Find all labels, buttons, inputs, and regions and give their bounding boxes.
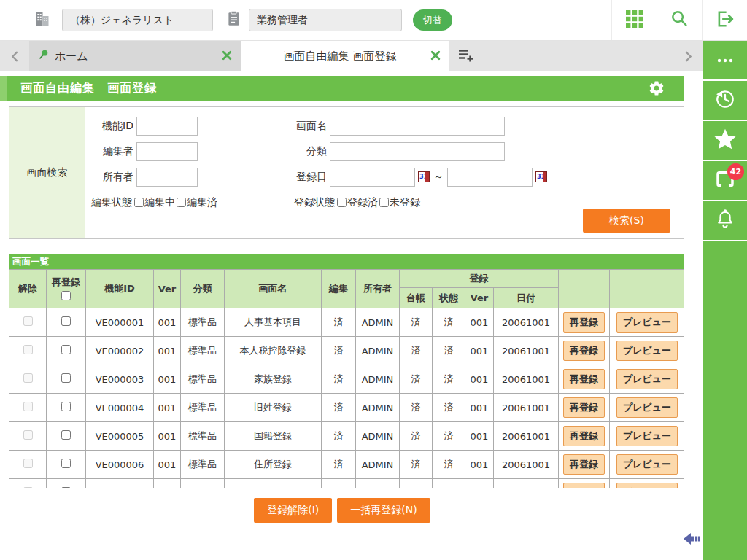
cell-reg-ver (465, 479, 494, 489)
row-preview-button[interactable]: プレビュー (616, 454, 678, 475)
reg-status-label: 登録状態 (294, 196, 335, 209)
add-tab-button[interactable] (449, 41, 483, 71)
cell-edit: 済 (322, 422, 356, 451)
right-sidebar: 42 (703, 41, 747, 560)
tab-home[interactable]: ホーム (29, 41, 241, 71)
calendar-icon-from[interactable]: 31 (418, 171, 430, 182)
function-id-input[interactable] (136, 117, 198, 136)
cell-category: 標準品 (181, 337, 225, 365)
calendar-icon-to[interactable]: 31 (535, 171, 547, 182)
tabs-scroll-left-button[interactable] (0, 41, 29, 71)
reregister-checkbox[interactable] (61, 345, 71, 354)
role-input[interactable] (249, 9, 402, 31)
header-preview-action (610, 270, 685, 308)
cell-owner: ADMIN (356, 422, 400, 451)
row-reregister-button[interactable]: 再登録 (563, 312, 605, 332)
more-icon (716, 53, 735, 67)
edit-status-label: 編集状態 (91, 196, 132, 209)
page-title-bar: 画面自由編集 画面登録 (0, 76, 684, 101)
edit-status-edited-checkbox[interactable] (177, 198, 186, 207)
select-all-checkbox[interactable] (61, 291, 71, 300)
reregister-checkbox[interactable] (61, 373, 71, 383)
cell-function-id: VE000006 (86, 451, 154, 479)
cell-owner: ADMIN (356, 394, 400, 422)
owner-input[interactable] (136, 168, 198, 187)
row-reregister-button[interactable]: 再登録 (563, 369, 605, 389)
tabs-scroll-right-button[interactable] (673, 41, 703, 71)
bulk-reregister-button[interactable]: 一括再登録(N) (337, 498, 430, 523)
header-edit: 編集 (322, 270, 356, 308)
cell-category: 標準品 (181, 451, 225, 479)
row-reregister-button[interactable]: 再登録 (563, 397, 605, 418)
cell-screen-name (225, 479, 322, 489)
sidebar-history-button[interactable] (703, 81, 747, 121)
cell-edit: 済 (322, 337, 356, 365)
cell-edit: 済 (322, 365, 356, 394)
tab-home-close-icon[interactable] (222, 50, 232, 63)
function-id-label: 機能ID (91, 120, 133, 133)
apps-grid-button[interactable] (611, 0, 657, 40)
row-preview-button[interactable]: プレビュー (616, 426, 678, 446)
table-row: VE000006 001 標準品 住所登録 済 ADMIN 済 済 001 20… (9, 451, 685, 479)
tab-screen-register[interactable]: 画面自由編集 画面登録 (241, 41, 449, 71)
tab-home-label: ホーム (49, 50, 222, 63)
row-reregister-button[interactable]: 再登録 (563, 426, 605, 446)
logout-button[interactable] (702, 0, 747, 40)
company-input[interactable] (62, 9, 213, 31)
reregister-checkbox[interactable] (61, 316, 71, 326)
sidebar-favorites-button[interactable] (703, 121, 747, 161)
unregister-button[interactable]: 登録解除(I) (254, 498, 332, 523)
screen-name-label: 画面名 (294, 120, 327, 133)
reregister-checkbox[interactable] (61, 430, 71, 440)
screen-name-input[interactable] (330, 117, 505, 136)
cell-ver: 001 (154, 394, 181, 422)
row-preview-button[interactable]: プレビュー (616, 341, 678, 361)
edit-status-edited-option[interactable]: 編集済 (177, 196, 217, 209)
editor-input[interactable] (136, 142, 198, 161)
reg-status-unregistered-checkbox[interactable] (379, 198, 389, 207)
search-submit-button[interactable]: 検索(S) (583, 209, 670, 233)
tab-screen-register-close-icon[interactable] (430, 50, 441, 63)
sidebar-alerts-button[interactable] (703, 201, 747, 241)
edit-status-editing-checkbox[interactable] (134, 198, 144, 207)
header-ver: Ver (154, 270, 181, 308)
unregister-checkbox (23, 430, 33, 440)
row-reregister-button[interactable]: 再登録 (563, 341, 605, 361)
cell-function-id: VE000003 (86, 365, 154, 394)
sidebar-collapse-arrow-icon[interactable] (683, 530, 702, 550)
owner-label: 所有者 (91, 171, 133, 184)
row-preview-button[interactable]: プレビュー (616, 397, 678, 418)
reregister-checkbox[interactable] (61, 487, 71, 488)
cell-function-id: VE000005 (86, 422, 154, 451)
header-reg-date: 日付 (494, 288, 559, 308)
cell-screen-name: 本人税控除登録 (225, 337, 322, 365)
settings-gear-icon[interactable] (648, 79, 665, 100)
row-reregister-button[interactable]: 再登録 (563, 483, 605, 488)
table-row: VE000001 001 標準品 人事基本項目 済 ADMIN 済 済 001 … (9, 308, 685, 337)
cell-status: 済 (433, 365, 465, 394)
screen-table: 解除 再登録 機能ID Ver 分類 画面名 編集 所有者 登録 (9, 269, 684, 488)
history-icon (713, 88, 737, 114)
reg-status-registered-option[interactable]: 登録済 (337, 196, 378, 209)
row-preview-button[interactable]: プレビュー (616, 483, 678, 488)
reg-status-registered-checkbox[interactable] (337, 198, 347, 207)
sidebar-more-button[interactable] (703, 41, 747, 81)
cell-category: 標準品 (181, 394, 225, 422)
cell-status: 済 (433, 451, 465, 479)
switch-button[interactable]: 切替 (413, 9, 452, 31)
reg-date-to-input[interactable] (447, 168, 533, 187)
bell-icon (713, 208, 737, 234)
row-preview-button[interactable]: プレビュー (616, 312, 678, 332)
reregister-checkbox[interactable] (61, 402, 71, 411)
reregister-checkbox[interactable] (61, 459, 71, 468)
row-preview-button[interactable]: プレビュー (616, 369, 678, 389)
sidebar-inbox-button[interactable]: 42 (703, 161, 747, 201)
reg-status-unregistered-option[interactable]: 未登録 (379, 196, 420, 209)
row-reregister-button[interactable]: 再登録 (563, 454, 605, 475)
search-button[interactable] (657, 0, 702, 40)
cell-ledger: 済 (400, 337, 433, 365)
category-input[interactable] (330, 142, 505, 161)
cell-edit (322, 479, 356, 489)
edit-status-editing-option[interactable]: 編集中 (134, 196, 175, 209)
reg-date-from-input[interactable] (330, 168, 415, 187)
